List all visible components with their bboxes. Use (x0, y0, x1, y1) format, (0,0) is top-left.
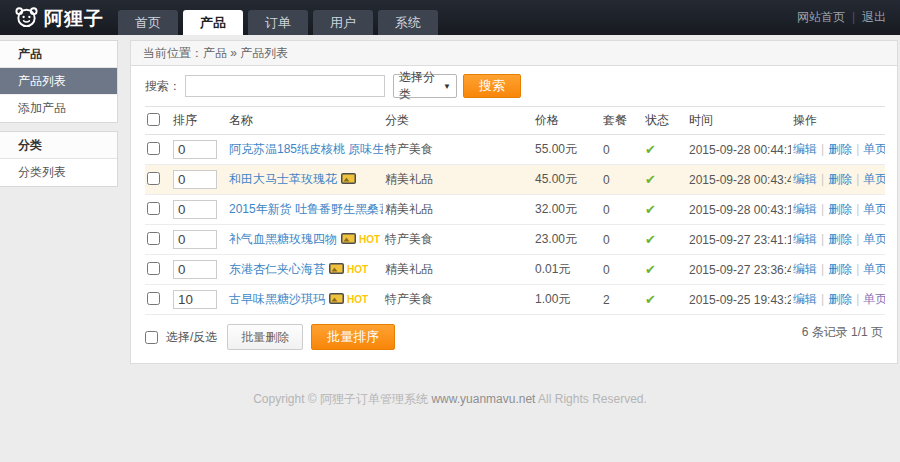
col-header-price: 价格 (533, 107, 601, 135)
product-name-link[interactable]: 补气血黑糖玫瑰四物 (229, 232, 337, 246)
rights-text: All Rights Reserved. (538, 392, 647, 406)
sort-order-input[interactable] (173, 170, 217, 189)
product-time: 2015-09-25 19:43:26 (687, 285, 791, 315)
product-table: 排序 名称 分类 价格 套餐 状态 时间 操作 阿克苏温185纸皮核桃 原味生核… (145, 106, 885, 315)
nav-tab-users[interactable]: 用户 (313, 10, 373, 35)
bulk-sort-button[interactable]: 批量排序 (311, 324, 395, 350)
edit-link[interactable]: 编辑 (793, 202, 817, 216)
row-checkbox[interactable] (147, 142, 160, 155)
single-page-link[interactable]: 单页调用 (863, 202, 885, 216)
logout-link[interactable]: 退出 (862, 10, 886, 24)
sort-order-input[interactable] (173, 140, 217, 159)
nav-tab-home[interactable]: 首页 (118, 10, 178, 35)
product-name-link[interactable]: 和田大马士革玫瑰花 (229, 172, 337, 186)
product-time: 2015-09-28 00:44:19 (687, 135, 791, 165)
status-check-icon[interactable]: ✔ (645, 262, 656, 277)
delete-link[interactable]: 删除 (828, 262, 852, 276)
table-row: 阿克苏温185纸皮核桃 原味生核桃 特产美食 55.00元 0 ✔ 2015-0… (145, 135, 885, 165)
search-input[interactable] (185, 75, 385, 97)
hot-badge: HOT (359, 234, 380, 245)
action-separator: | (856, 172, 859, 186)
table-header-row: 排序 名称 分类 价格 套餐 状态 时间 操作 (145, 107, 885, 135)
row-checkbox[interactable] (147, 232, 160, 245)
single-page-link[interactable]: 单页调用 (863, 292, 885, 306)
single-page-link[interactable]: 单页调用 (863, 172, 885, 186)
edit-link[interactable]: 编辑 (793, 232, 817, 246)
delete-link[interactable]: 删除 (828, 172, 852, 186)
action-separator: | (856, 262, 859, 276)
monkey-logo-icon (14, 4, 39, 34)
product-category: 特产美食 (383, 135, 533, 165)
hot-badge: HOT (347, 264, 368, 275)
row-checkbox[interactable] (147, 262, 160, 275)
nav-tab-products[interactable]: 产品 (183, 10, 243, 35)
product-price: 1.00元 (533, 285, 601, 315)
action-separator: | (856, 142, 859, 156)
product-category: 精美礼品 (383, 165, 533, 195)
product-name-link[interactable]: 2015年新货 吐鲁番野生黑桑葚干 (229, 202, 383, 216)
delete-link[interactable]: 删除 (828, 292, 852, 306)
sidebar-item-category-list[interactable]: 分类列表 (0, 159, 117, 186)
sort-order-input[interactable] (173, 200, 217, 219)
row-checkbox[interactable] (147, 172, 160, 185)
product-price: 32.00元 (533, 195, 601, 225)
col-header-sort: 排序 (171, 107, 227, 135)
status-check-icon[interactable]: ✔ (645, 172, 656, 187)
sidebar: 产品 产品列表 添加产品 分类 分类列表 (0, 40, 118, 195)
col-header-category: 分类 (383, 107, 533, 135)
product-package-count: 0 (601, 225, 643, 255)
action-separator: | (856, 202, 859, 216)
status-check-icon[interactable]: ✔ (645, 292, 656, 307)
col-header-status: 状态 (643, 107, 687, 135)
table-row: 和田大马士革玫瑰花 精美礼品 45.00元 0 ✔ 2015-09-28 00:… (145, 165, 885, 195)
delete-link[interactable]: 删除 (828, 202, 852, 216)
category-select[interactable]: 选择分类 ▼ (393, 74, 457, 98)
single-page-link[interactable]: 单页调用 (863, 262, 885, 276)
photo-icon (341, 233, 356, 247)
chevron-down-icon: ▼ (443, 82, 451, 91)
search-label: 搜索： (145, 78, 181, 95)
col-header-time: 时间 (687, 107, 791, 135)
product-name-link[interactable]: 东港杏仁夹心海苔 (229, 262, 325, 276)
table-row: 2015年新货 吐鲁番野生黑桑葚干 精美礼品 32.00元 0 ✔ 2015-0… (145, 195, 885, 225)
edit-link[interactable]: 编辑 (793, 292, 817, 306)
row-checkbox[interactable] (147, 292, 160, 305)
single-page-link[interactable]: 单页调用 (863, 142, 885, 156)
select-all-checkbox[interactable] (147, 113, 160, 126)
bulk-delete-button[interactable]: 批量删除 (227, 324, 303, 350)
photo-icon (329, 263, 344, 277)
edit-link[interactable]: 编辑 (793, 142, 817, 156)
action-separator: | (821, 232, 824, 246)
action-separator: | (821, 172, 824, 186)
photo-icon (341, 173, 356, 187)
search-button[interactable]: 搜索 (463, 74, 521, 98)
footer-site-link[interactable]: www.yuanmavu.net (431, 392, 535, 406)
edit-link[interactable]: 编辑 (793, 172, 817, 186)
product-category: 特产美食 (383, 225, 533, 255)
single-page-link[interactable]: 单页调用 (863, 232, 885, 246)
sort-order-input[interactable] (173, 290, 217, 309)
nav-tab-orders[interactable]: 订单 (248, 10, 308, 35)
product-time: 2015-09-28 00:43:18 (687, 195, 791, 225)
status-check-icon[interactable]: ✔ (645, 232, 656, 247)
status-check-icon[interactable]: ✔ (645, 142, 656, 157)
sort-order-input[interactable] (173, 230, 217, 249)
delete-link[interactable]: 删除 (828, 232, 852, 246)
hot-badge: HOT (347, 294, 368, 305)
select-invert-checkbox[interactable] (145, 331, 158, 344)
sidebar-section-categories: 分类 分类列表 (0, 131, 118, 187)
nav-tab-system[interactable]: 系统 (378, 10, 438, 35)
status-check-icon[interactable]: ✔ (645, 202, 656, 217)
select-invert-label: 选择/反选 (166, 329, 217, 346)
sort-order-input[interactable] (173, 260, 217, 279)
product-package-count: 0 (601, 165, 643, 195)
site-home-link[interactable]: 网站首页 (797, 10, 845, 24)
delete-link[interactable]: 删除 (828, 142, 852, 156)
sidebar-item-add-product[interactable]: 添加产品 (0, 95, 117, 122)
product-name-link[interactable]: 古早味黑糖沙琪玛 (229, 292, 325, 306)
sidebar-item-product-list[interactable]: 产品列表 (0, 68, 117, 95)
product-name-link[interactable]: 阿克苏温185纸皮核桃 原味生核桃 (229, 142, 383, 156)
photo-icon (329, 293, 344, 307)
edit-link[interactable]: 编辑 (793, 262, 817, 276)
row-checkbox[interactable] (147, 202, 160, 215)
